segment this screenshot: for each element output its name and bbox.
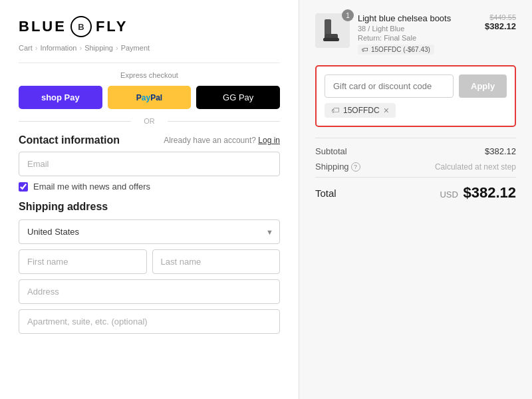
svg-rect-0 xyxy=(325,19,331,35)
item-discount-tag: 🏷 15OFFDC (-$67.43) xyxy=(358,45,434,55)
subtotal-label: Subtotal xyxy=(315,146,347,156)
discount-input-row: Apply xyxy=(325,74,507,98)
shipping-label: Shipping ? xyxy=(315,162,360,172)
applied-tag-icon: 🏷 xyxy=(331,106,339,115)
item-original-price: $449.55 xyxy=(485,13,516,21)
paypal-button[interactable]: PayPal xyxy=(108,86,192,109)
logo-text-left: BLUE xyxy=(19,18,66,35)
subtotal-row: Subtotal $382.12 xyxy=(315,146,516,156)
name-row xyxy=(19,249,280,274)
login-prompt: Already have an account? Log in xyxy=(164,136,280,145)
logo-emblem: B xyxy=(70,16,92,37)
discount-box: Apply 🏷 15OFFDC × xyxy=(315,65,516,127)
shipping-title: Shipping address xyxy=(19,201,280,213)
item-details: Light blue chelsea boots 38 / Light Blue… xyxy=(358,13,477,55)
boot-icon xyxy=(322,18,343,43)
or-divider: OR xyxy=(19,117,280,125)
item-image: 1 xyxy=(315,13,350,48)
apt-field[interactable] xyxy=(19,309,280,334)
breadcrumb-shipping[interactable]: Shipping xyxy=(84,44,113,52)
order-item: 1 Light blue chelsea boots 38 / Light Bl… xyxy=(315,13,516,55)
applied-code-text: 15OFFDC xyxy=(343,106,380,115)
logo-text-right: FLY xyxy=(96,18,128,35)
grand-total-value: $382.12 xyxy=(463,184,516,201)
grand-currency: USD xyxy=(440,190,458,200)
item-return-policy: Return: Final Sale xyxy=(358,34,477,42)
email-field[interactable] xyxy=(19,152,280,176)
grand-total-label: Total xyxy=(315,188,336,199)
applied-code-row: 🏷 15OFFDC × xyxy=(325,103,507,118)
breadcrumb: Cart › Information › Shipping › Payment xyxy=(19,44,280,52)
logo: BLUE B FLY xyxy=(19,16,280,37)
item-variant: 38 / Light Blue xyxy=(358,25,477,33)
discount-code-input[interactable] xyxy=(325,74,454,98)
item-quantity-badge: 1 xyxy=(342,9,354,21)
svg-rect-2 xyxy=(323,38,339,41)
subtotal-value: $382.12 xyxy=(485,146,516,156)
apply-button[interactable]: Apply xyxy=(459,74,507,98)
first-name-field[interactable] xyxy=(19,249,147,274)
email-checkbox-row: Email me with news and offers xyxy=(19,182,280,192)
shipping-row: Shipping ? Calculated at next step xyxy=(315,162,516,172)
shipping-value: Calculated at next step xyxy=(435,162,516,172)
totals: Subtotal $382.12 Shipping ? Calculated a… xyxy=(315,138,516,201)
remove-discount-button[interactable]: × xyxy=(384,106,389,115)
express-buttons: shop Pay PayPal GG Pay xyxy=(19,86,280,109)
contact-title: Contact information xyxy=(19,134,120,146)
breadcrumb-information[interactable]: Information xyxy=(40,44,76,52)
breadcrumb-cart[interactable]: Cart xyxy=(19,44,33,52)
login-link[interactable]: Log in xyxy=(258,136,280,145)
item-current-price: $382.12 xyxy=(485,21,516,31)
applied-discount-tag: 🏷 15OFFDC × xyxy=(325,103,396,118)
right-panel: 1 Light blue chelsea boots 38 / Light Bl… xyxy=(299,0,532,399)
last-name-field[interactable] xyxy=(152,249,281,274)
breadcrumb-payment[interactable]: Payment xyxy=(121,44,150,52)
country-select-wrapper: United States ▼ xyxy=(19,219,280,244)
item-price-col: $449.55 $382.12 xyxy=(485,13,516,31)
left-panel: BLUE B FLY Cart › Information › Shipping… xyxy=(0,0,299,399)
email-optin-label: Email me with news and offers xyxy=(33,182,150,192)
contact-section-header: Contact information Already have an acco… xyxy=(19,134,280,146)
gpay-button[interactable]: GG Pay xyxy=(196,86,280,109)
grand-total-amount: USD $382.12 xyxy=(440,184,516,201)
shipping-help-icon[interactable]: ? xyxy=(351,162,360,172)
email-optin-checkbox[interactable] xyxy=(19,182,28,192)
item-name: Light blue chelsea boots xyxy=(358,13,477,23)
express-checkout-label: Express checkout xyxy=(19,63,280,79)
address-field[interactable] xyxy=(19,279,280,304)
tag-icon: 🏷 xyxy=(362,46,368,53)
country-select[interactable]: United States xyxy=(19,219,280,244)
shop-pay-button[interactable]: shop Pay xyxy=(19,86,102,109)
grand-total-row: Total USD $382.12 xyxy=(315,177,516,201)
